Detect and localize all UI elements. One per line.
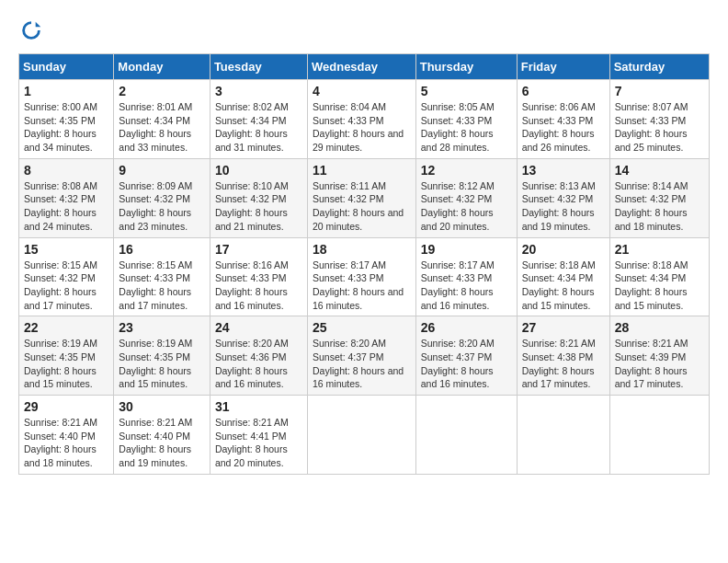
calendar-cell: 7 Sunrise: 8:07 AM Sunset: 4:33 PM Dayli…: [609, 80, 709, 159]
day-header-friday: Friday: [517, 54, 609, 80]
day-header-wednesday: Wednesday: [307, 54, 415, 80]
day-number: 27: [522, 320, 605, 335]
header-row: SundayMondayTuesdayWednesdayThursdayFrid…: [19, 54, 710, 80]
calendar-week-2: 15 Sunrise: 8:15 AM Sunset: 4:32 PM Dayl…: [19, 237, 710, 316]
calendar-cell: 4 Sunrise: 8:04 AM Sunset: 4:33 PM Dayli…: [307, 80, 415, 159]
calendar-week-0: 1 Sunrise: 8:00 AM Sunset: 4:35 PM Dayli…: [19, 80, 710, 159]
calendar-cell: 21 Sunrise: 8:18 AM Sunset: 4:34 PM Dayl…: [609, 237, 709, 316]
calendar-week-1: 8 Sunrise: 8:08 AM Sunset: 4:32 PM Dayli…: [19, 158, 710, 237]
calendar-cell: 24 Sunrise: 8:20 AM Sunset: 4:36 PM Dayl…: [210, 316, 307, 396]
page-header: [18, 18, 710, 44]
day-info: Sunrise: 8:01 AM Sunset: 4:34 PM Dayligh…: [119, 100, 205, 155]
calendar-cell: [415, 396, 517, 475]
day-info: Sunrise: 8:15 AM Sunset: 4:32 PM Dayligh…: [24, 259, 108, 313]
calendar-cell: 28 Sunrise: 8:21 AM Sunset: 4:39 PM Dayl…: [609, 316, 709, 396]
day-number: 22: [24, 320, 108, 335]
day-info: Sunrise: 8:12 AM Sunset: 4:32 PM Dayligh…: [421, 179, 512, 234]
day-number: 29: [24, 399, 108, 414]
day-number: 21: [615, 242, 704, 257]
day-info: Sunrise: 8:18 AM Sunset: 4:34 PM Dayligh…: [522, 259, 605, 313]
day-number: 5: [421, 84, 512, 98]
calendar-cell: 2 Sunrise: 8:01 AM Sunset: 4:34 PM Dayli…: [114, 80, 210, 159]
day-number: 24: [215, 320, 302, 335]
day-info: Sunrise: 8:21 AM Sunset: 4:41 PM Dayligh…: [215, 416, 302, 470]
day-header-thursday: Thursday: [415, 54, 517, 80]
day-info: Sunrise: 8:16 AM Sunset: 4:33 PM Dayligh…: [215, 259, 302, 313]
day-info: Sunrise: 8:21 AM Sunset: 4:40 PM Dayligh…: [24, 416, 108, 470]
day-number: 11: [313, 163, 411, 178]
day-number: 12: [421, 163, 512, 178]
day-number: 14: [615, 163, 704, 178]
day-number: 9: [119, 163, 205, 178]
day-info: Sunrise: 8:20 AM Sunset: 4:37 PM Dayligh…: [421, 337, 512, 391]
calendar-cell: 20 Sunrise: 8:18 AM Sunset: 4:34 PM Dayl…: [517, 237, 609, 316]
calendar-table: SundayMondayTuesdayWednesdayThursdayFrid…: [18, 53, 710, 475]
calendar-cell: 26 Sunrise: 8:20 AM Sunset: 4:37 PM Dayl…: [415, 316, 517, 396]
calendar-cell: 30 Sunrise: 8:21 AM Sunset: 4:40 PM Dayl…: [114, 396, 210, 475]
calendar-cell: 10 Sunrise: 8:10 AM Sunset: 4:32 PM Dayl…: [210, 158, 307, 237]
day-info: Sunrise: 8:17 AM Sunset: 4:33 PM Dayligh…: [313, 259, 411, 313]
calendar-cell: 17 Sunrise: 8:16 AM Sunset: 4:33 PM Dayl…: [210, 237, 307, 316]
calendar-cell: 22 Sunrise: 8:19 AM Sunset: 4:35 PM Dayl…: [19, 316, 114, 396]
day-header-saturday: Saturday: [609, 54, 709, 80]
day-info: Sunrise: 8:00 AM Sunset: 4:35 PM Dayligh…: [24, 100, 108, 155]
calendar-cell: 5 Sunrise: 8:05 AM Sunset: 4:33 PM Dayli…: [415, 80, 517, 159]
day-header-sunday: Sunday: [19, 54, 114, 80]
calendar-cell: [517, 396, 609, 475]
day-number: 23: [119, 320, 205, 335]
day-info: Sunrise: 8:21 AM Sunset: 4:39 PM Dayligh…: [615, 337, 704, 391]
day-info: Sunrise: 8:08 AM Sunset: 4:32 PM Dayligh…: [24, 179, 108, 234]
day-number: 6: [522, 84, 605, 98]
day-info: Sunrise: 8:05 AM Sunset: 4:33 PM Dayligh…: [421, 100, 512, 155]
day-info: Sunrise: 8:02 AM Sunset: 4:34 PM Dayligh…: [215, 100, 302, 155]
calendar-cell: 1 Sunrise: 8:00 AM Sunset: 4:35 PM Dayli…: [19, 80, 114, 159]
day-number: 16: [119, 242, 205, 257]
day-number: 7: [615, 84, 704, 98]
day-number: 18: [313, 242, 411, 257]
calendar-cell: 12 Sunrise: 8:12 AM Sunset: 4:32 PM Dayl…: [415, 158, 517, 237]
day-header-monday: Monday: [114, 54, 210, 80]
day-number: 8: [24, 163, 108, 178]
day-info: Sunrise: 8:20 AM Sunset: 4:36 PM Dayligh…: [215, 337, 302, 391]
day-number: 17: [215, 242, 302, 257]
calendar-cell: 18 Sunrise: 8:17 AM Sunset: 4:33 PM Dayl…: [307, 237, 415, 316]
day-number: 28: [615, 320, 704, 335]
day-info: Sunrise: 8:04 AM Sunset: 4:33 PM Dayligh…: [313, 100, 411, 155]
calendar-cell: 25 Sunrise: 8:20 AM Sunset: 4:37 PM Dayl…: [307, 316, 415, 396]
day-number: 4: [313, 84, 411, 98]
day-info: Sunrise: 8:19 AM Sunset: 4:35 PM Dayligh…: [119, 337, 205, 391]
calendar-cell: 27 Sunrise: 8:21 AM Sunset: 4:38 PM Dayl…: [517, 316, 609, 396]
day-number: 26: [421, 320, 512, 335]
day-info: Sunrise: 8:14 AM Sunset: 4:32 PM Dayligh…: [615, 179, 704, 234]
calendar-cell: 29 Sunrise: 8:21 AM Sunset: 4:40 PM Dayl…: [19, 396, 114, 475]
day-info: Sunrise: 8:21 AM Sunset: 4:38 PM Dayligh…: [522, 337, 605, 391]
day-number: 25: [313, 320, 411, 335]
logo-icon: [18, 18, 44, 44]
day-info: Sunrise: 8:18 AM Sunset: 4:34 PM Dayligh…: [615, 259, 704, 313]
calendar-cell: 11 Sunrise: 8:11 AM Sunset: 4:32 PM Dayl…: [307, 158, 415, 237]
calendar-cell: 8 Sunrise: 8:08 AM Sunset: 4:32 PM Dayli…: [19, 158, 114, 237]
calendar-cell: 15 Sunrise: 8:15 AM Sunset: 4:32 PM Dayl…: [19, 237, 114, 316]
day-number: 31: [215, 399, 302, 414]
day-number: 1: [24, 84, 108, 98]
day-info: Sunrise: 8:15 AM Sunset: 4:33 PM Dayligh…: [119, 259, 205, 313]
day-info: Sunrise: 8:10 AM Sunset: 4:32 PM Dayligh…: [215, 179, 302, 234]
day-number: 3: [215, 84, 302, 98]
day-number: 10: [215, 163, 302, 178]
calendar-cell: 13 Sunrise: 8:13 AM Sunset: 4:32 PM Dayl…: [517, 158, 609, 237]
calendar-week-3: 22 Sunrise: 8:19 AM Sunset: 4:35 PM Dayl…: [19, 316, 710, 396]
calendar-cell: [609, 396, 709, 475]
day-info: Sunrise: 8:09 AM Sunset: 4:32 PM Dayligh…: [119, 179, 205, 234]
calendar-cell: [307, 396, 415, 475]
calendar-cell: 6 Sunrise: 8:06 AM Sunset: 4:33 PM Dayli…: [517, 80, 609, 159]
day-number: 15: [24, 242, 108, 257]
calendar-week-4: 29 Sunrise: 8:21 AM Sunset: 4:40 PM Dayl…: [19, 396, 710, 475]
day-header-tuesday: Tuesday: [210, 54, 307, 80]
day-number: 19: [421, 242, 512, 257]
logo: [18, 18, 48, 44]
calendar-cell: 14 Sunrise: 8:14 AM Sunset: 4:32 PM Dayl…: [609, 158, 709, 237]
day-number: 20: [522, 242, 605, 257]
day-info: Sunrise: 8:21 AM Sunset: 4:40 PM Dayligh…: [119, 416, 205, 470]
calendar-cell: 16 Sunrise: 8:15 AM Sunset: 4:33 PM Dayl…: [114, 237, 210, 316]
day-info: Sunrise: 8:19 AM Sunset: 4:35 PM Dayligh…: [24, 337, 108, 391]
